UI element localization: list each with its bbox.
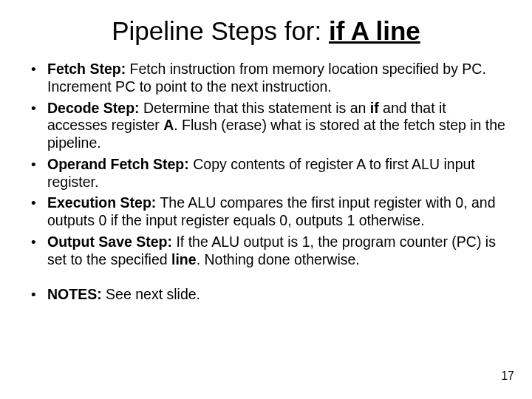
bullet-label: Decode Step: — [47, 100, 140, 116]
bullet-item: Fetch Step: Fetch instruction from memor… — [27, 61, 505, 96]
bullet-label: Execution Step: — [47, 194, 156, 211]
page-number: 17 — [501, 369, 514, 383]
notes-item: NOTES: See next slide. — [27, 286, 505, 304]
notes-label: NOTES: — [47, 286, 102, 302]
bullet-label: Fetch Step: — [47, 61, 126, 77]
bullet-item: Execution Step: The ALU compares the fir… — [27, 194, 505, 230]
title-prefix: Pipeline Steps for: — [112, 16, 329, 45]
bullet-item: Output Save Step: If the ALU output is 1… — [27, 233, 505, 269]
slide-title: Pipeline Steps for: if A line — [0, 0, 532, 52]
notes-text: See next slide. — [102, 286, 200, 302]
slide: Pipeline Steps for: if A line Fetch Step… — [0, 0, 532, 399]
bullet-item: Decode Step: Determine that this stateme… — [27, 100, 505, 152]
notes-block: NOTES: See next slide. — [0, 273, 532, 304]
bullet-label: Operand Fetch Step: — [47, 156, 189, 172]
bullet-item: Operand Fetch Step: Copy contents of reg… — [27, 156, 505, 191]
notes-list: NOTES: See next slide. — [27, 286, 505, 304]
slide-body: Fetch Step: Fetch instruction from memor… — [0, 52, 532, 269]
bullet-label: Output Save Step: — [47, 233, 172, 250]
title-topic: if A line — [329, 16, 420, 45]
bullet-list: Fetch Step: Fetch instruction from memor… — [27, 61, 505, 269]
